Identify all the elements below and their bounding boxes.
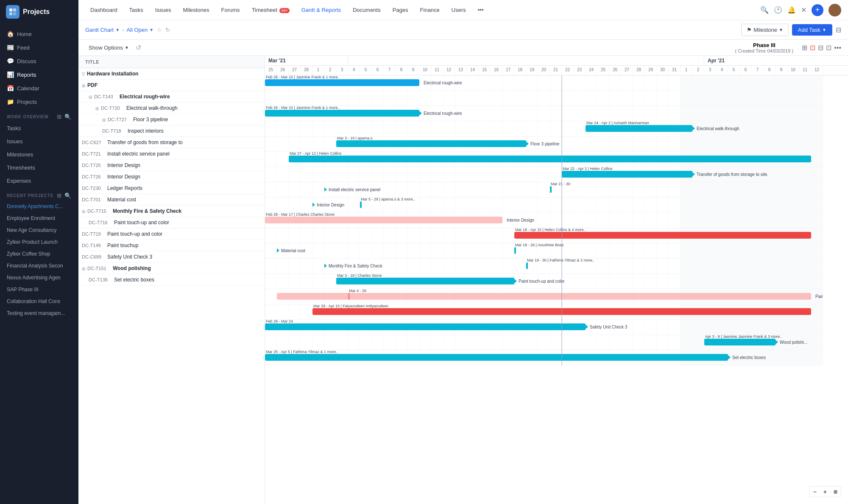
discuss-icon: 💬 xyxy=(7,58,14,64)
task-row-dc725[interactable]: DC-T725 Interior Design xyxy=(78,160,265,171)
nav-timesheet[interactable]: Timesheet 99+ xyxy=(247,4,295,16)
search-icon[interactable]: 🔍 xyxy=(64,114,72,120)
phase-info: Phase III ( Created Time 04/03/2019 ) xyxy=(735,42,794,53)
nav-more[interactable]: ••• xyxy=(473,4,489,16)
add-button[interactable]: + xyxy=(812,4,823,16)
task-row-dc699[interactable]: DC-C699 Safety Unit Check 3 xyxy=(78,251,265,263)
sidebar-item-timesheets[interactable]: Timesheets xyxy=(0,161,78,174)
task-row-dc727[interactable]: ◎ DC-T727 Floor 3 pipeline xyxy=(78,114,265,125)
close-icon[interactable]: ✕ xyxy=(801,6,806,14)
nav-tasks[interactable]: Tasks xyxy=(124,4,148,16)
task-row-dc718[interactable]: DC-T718 Inspect interiors xyxy=(78,125,265,137)
calendar-icon: 📅 xyxy=(7,85,14,92)
recent-project-zylker-coffee[interactable]: Zylker Coffee Shop xyxy=(0,248,78,260)
filter-icon[interactable]: ⊞ xyxy=(57,114,62,120)
sidebar-item-milestones[interactable]: Milestones xyxy=(0,148,78,161)
sidebar-item-reports[interactable]: 📊 Reports xyxy=(0,68,78,81)
gantt-chart-link[interactable]: Gantt Chart ▼ xyxy=(85,27,120,33)
show-options-label: Show Options xyxy=(89,45,123,51)
sidebar-item-issues[interactable]: Issues xyxy=(0,135,78,148)
nav-gantt[interactable]: Gantt & Reports xyxy=(296,4,346,16)
export-icon[interactable]: ⊡ xyxy=(826,44,831,52)
calendar-icon-2[interactable]: ⊟ xyxy=(818,44,823,52)
recent-project-testing[interactable]: Testing event managam... xyxy=(0,307,78,319)
issues-label: Issues xyxy=(7,138,23,145)
filter-icon[interactable]: ⊟ xyxy=(836,26,841,34)
avatar[interactable] xyxy=(828,4,841,17)
task-row-dc721[interactable]: DC-T721 Install electric service panel xyxy=(78,148,265,160)
sidebar-item-calendar[interactable]: 📅 Calendar xyxy=(0,81,78,95)
recent-project-collab[interactable]: Collaboration Hall Cons xyxy=(0,295,78,307)
nav-dashboard[interactable]: Dashboard xyxy=(85,4,123,16)
sidebar-item-reports-label: Reports xyxy=(17,72,36,78)
task-name: Safety Unit Check 3 xyxy=(107,254,261,260)
pdf-icon[interactable]: ⊡ xyxy=(810,44,815,52)
month-apr: Apr '21 xyxy=(704,56,847,65)
app-title: Projects xyxy=(23,8,50,16)
nav-finance[interactable]: Finance xyxy=(415,4,445,16)
search-icon[interactable]: 🔍 xyxy=(760,6,769,14)
search-recent-icon[interactable]: 🔍 xyxy=(64,192,72,199)
recent-projects-section: RECENT PROJECTS ⊞ 🔍 xyxy=(0,187,78,200)
task-row-dc143[interactable]: ◎ DC-T143 Electrical rough-wire xyxy=(78,91,265,103)
nav-issues[interactable]: Issues xyxy=(150,4,176,16)
recent-project-donnelly[interactable]: Donnelly Apartments C... xyxy=(0,200,78,212)
task-row-dc149[interactable]: DC-T149 Paint touchup xyxy=(78,240,265,251)
sidebar-item-home[interactable]: 🏠 Home xyxy=(0,27,78,41)
show-options-button[interactable]: Show Options ▼ xyxy=(85,43,132,53)
sidebar-item-tasks[interactable]: Tasks xyxy=(0,122,78,135)
nav-forums[interactable]: Forums xyxy=(216,4,245,16)
sidebar-item-expenses[interactable]: Expenses xyxy=(0,174,78,187)
undo-icon[interactable]: ↺ xyxy=(136,44,141,52)
nav-pages[interactable]: Pages xyxy=(388,4,413,16)
sidebar-item-feed[interactable]: 📰 Feed xyxy=(0,41,78,54)
more-icon[interactable]: ••• xyxy=(834,44,841,52)
task-row-pdf[interactable]: ◎ PDF xyxy=(78,80,265,91)
recent-project-financial[interactable]: Financial Analysis Secon xyxy=(0,260,78,272)
zoom-out-button[interactable]: − xyxy=(811,487,819,496)
all-open-link[interactable]: All Open ▼ xyxy=(126,27,153,33)
projects-icon: 📁 xyxy=(7,98,14,105)
task-id: DC-T715 xyxy=(87,209,113,214)
gantt-chart-label: Gantt Chart xyxy=(85,27,114,33)
refresh-icon[interactable]: ↻ xyxy=(165,27,170,33)
task-row-dc719[interactable]: DC-T719 Paint touch-up and color xyxy=(78,228,265,240)
layout-icon-1[interactable]: ⊞ xyxy=(802,44,807,52)
add-task-button[interactable]: Add Task ▼ xyxy=(792,24,832,36)
star-icon[interactable]: ☆ xyxy=(157,27,162,33)
sidebar-item-discuss[interactable]: 💬 Discuss xyxy=(0,54,78,68)
chevron-down-icon-4: ▼ xyxy=(822,28,826,32)
nav-users[interactable]: Users xyxy=(446,4,471,16)
task-row-dc720[interactable]: ◎ DC-T720 Electrical walk-through xyxy=(78,103,265,114)
sidebar-item-home-label: Home xyxy=(17,31,32,37)
task-row-dc715[interactable]: ◎ DC-T715 Monthly Fire & Safety Check xyxy=(78,206,265,217)
zoom-in-button[interactable]: + xyxy=(821,487,829,496)
recent-project-newage[interactable]: New Age Consultancy xyxy=(0,224,78,236)
recent-project-sap[interactable]: SAP Phase III xyxy=(0,284,78,295)
recent-project-employee[interactable]: Employee Enrollment xyxy=(0,212,78,224)
task-row-dc139[interactable]: DC-T139 Set electric boxes xyxy=(78,274,265,286)
nav-milestones[interactable]: Milestones xyxy=(178,4,214,16)
task-row[interactable]: ▽ Hardware Installation xyxy=(78,68,265,80)
task-row-dc627[interactable]: DC-C627 Transfer of goods from storage t… xyxy=(78,137,265,148)
milestone-button[interactable]: ⚑ Milestone ▼ xyxy=(741,24,789,36)
nav-documents[interactable]: Documents xyxy=(348,4,386,16)
task-row-dc701[interactable]: DC-T701 Material cost xyxy=(78,194,265,206)
task-row-dc716[interactable]: DC-T716 Paint touch-up and color xyxy=(78,217,265,228)
recent-project-zylker-product[interactable]: Zylker Product Launch xyxy=(0,236,78,248)
task-row-dc726[interactable]: DC-T726 Interior Design xyxy=(78,171,265,183)
sidebar-item-projects[interactable]: 📁 Projects xyxy=(0,95,78,109)
svg-rect-2 xyxy=(9,12,12,15)
task-name: Interior Design xyxy=(107,162,261,168)
clock-icon[interactable]: 🕐 xyxy=(774,6,782,14)
sort-icon[interactable]: ⊞ xyxy=(57,192,62,199)
zoom-fit-button[interactable]: ⊞ xyxy=(831,487,840,496)
task-row-dc151[interactable]: ◎ DC-T151 Wood polishing xyxy=(78,263,265,274)
phase-title: Phase III xyxy=(735,42,794,48)
bell-icon[interactable]: 🔔 xyxy=(787,6,796,14)
expenses-label: Expenses xyxy=(7,178,31,184)
toolbar: Show Options ▼ ↺ Phase III ( Created Tim… xyxy=(78,40,848,56)
recent-project-nexus[interactable]: Nexus Advertising Agen xyxy=(0,272,78,284)
task-row-dc230[interactable]: DC-T230 Ledger Reports xyxy=(78,183,265,194)
sidebar-item-calendar-label: Calendar xyxy=(17,85,39,92)
